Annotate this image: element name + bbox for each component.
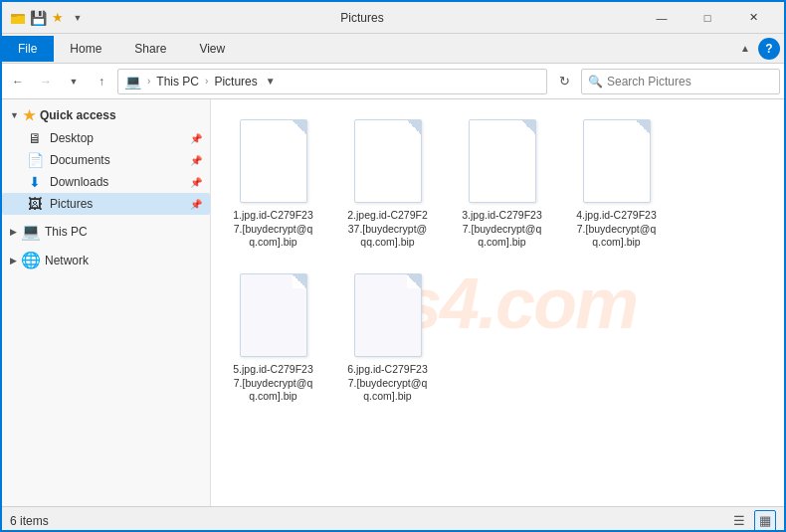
desktop-pin-icon: 📌	[190, 133, 202, 144]
thispc-label: This PC	[45, 225, 88, 239]
pictures-icon: 🖼	[26, 196, 44, 212]
network-label: Network	[45, 254, 89, 267]
main-content: ▼ ★ Quick access 🖥 Desktop 📌 📄 Documents…	[2, 99, 784, 506]
crumb-thispc[interactable]: This PC	[156, 75, 199, 89]
file-item-5[interactable]: 5.jpg.id-C279F237.[buydecrypt@qq.com].bi…	[221, 264, 325, 408]
title-bar: 💾 ★ ▼ Pictures — □ ✕	[2, 2, 784, 34]
ribbon-collapse-chevron[interactable]: ▲	[736, 39, 754, 58]
tab-home[interactable]: Home	[54, 36, 118, 62]
search-input[interactable]	[607, 75, 773, 89]
sidebar-downloads-label: Downloads	[50, 175, 108, 189]
nav-bar: ← → ▼ ↑ 💻 › This PC › Pictures ▼ ↻ 🔍	[2, 64, 784, 99]
file-name-6: 6.jpg.id-C279F237.[buydecrypt@qq.com].bi…	[347, 363, 428, 404]
sidebar-pictures-label: Pictures	[50, 197, 93, 211]
window-controls: — □ ✕	[639, 2, 776, 34]
quick-access-chevron: ▼	[10, 110, 19, 120]
quick-access-section: ▼ ★ Quick access 🖥 Desktop 📌 📄 Documents…	[2, 103, 210, 215]
thispc-chevron: ▶	[10, 227, 17, 237]
network-header[interactable]: ▶ 🌐 Network	[2, 246, 210, 274]
file-name-1: 1.jpg.id-C279F237.[buydecrypt@qq.com].bi…	[233, 209, 313, 250]
tab-file[interactable]: File	[2, 36, 54, 62]
file-icon-1	[238, 117, 309, 205]
desktop-icon: 🖥	[26, 130, 44, 146]
ribbon-right: ▲ ?	[736, 38, 784, 60]
qat-chevron[interactable]: ▼	[70, 10, 86, 26]
sidebar-item-downloads[interactable]: ⬇ Downloads 📌	[2, 171, 210, 193]
quick-access-star: ★	[23, 107, 36, 123]
refresh-button[interactable]: ↻	[551, 69, 577, 94]
file-page-4	[583, 119, 651, 203]
address-dropdown-chevron[interactable]: ▼	[266, 76, 276, 87]
sidebar-item-documents[interactable]: 📄 Documents 📌	[2, 149, 210, 171]
ribbon-tabs: File Home Share View ▲ ?	[2, 34, 784, 64]
window-title: Pictures	[92, 11, 633, 25]
thispc-header[interactable]: ▶ 💻 This PC	[2, 217, 210, 246]
qat-icon1[interactable]: 💾	[30, 10, 46, 26]
help-button[interactable]: ?	[758, 38, 780, 60]
file-item-6[interactable]: 6.jpg.id-C279F237.[buydecrypt@qq.com].bi…	[335, 264, 440, 408]
file-item-3[interactable]: 3.jpg.id-C279F237.[buydecrypt@qq.com].bi…	[450, 109, 554, 254]
file-name-2: 2.jpeg.id-C279F237.[buydecrypt@qq.com].b…	[347, 209, 428, 250]
folder-icon	[10, 10, 26, 26]
pictures-pin-icon: 📌	[190, 199, 202, 210]
title-bar-icons: 💾 ★ ▼	[10, 10, 86, 26]
address-icon: 💻	[124, 74, 141, 89]
sidebar-documents-label: Documents	[50, 153, 110, 167]
view-controls: ☰ ▦	[728, 510, 776, 532]
file-icon-2	[352, 117, 424, 205]
file-page-2	[354, 119, 422, 203]
close-button[interactable]: ✕	[730, 2, 776, 34]
thispc-icon: 💻	[21, 222, 41, 241]
documents-pin-icon: 📌	[190, 155, 202, 166]
file-page-1	[240, 119, 307, 203]
tab-share[interactable]: Share	[118, 36, 183, 62]
downloads-icon: ⬇	[26, 174, 44, 190]
sidebar-item-desktop[interactable]: 🖥 Desktop 📌	[2, 127, 210, 149]
sidebar-item-pictures[interactable]: 🖼 Pictures 📌	[2, 193, 210, 215]
file-icon-5	[238, 271, 309, 359]
qat-icon2[interactable]: ★	[50, 10, 66, 26]
documents-icon: 📄	[26, 152, 44, 168]
file-icon-4	[581, 117, 653, 205]
recent-locations-button[interactable]: ▼	[62, 70, 86, 93]
search-icon: 🔍	[588, 75, 603, 89]
file-page-3	[469, 119, 536, 203]
tab-view[interactable]: View	[183, 36, 242, 62]
sidebar: ▼ ★ Quick access 🖥 Desktop 📌 📄 Documents…	[2, 99, 211, 506]
file-icon-6	[352, 271, 424, 359]
svg-rect-2	[11, 14, 17, 17]
file-item-2[interactable]: 2.jpeg.id-C279F237.[buydecrypt@qq.com].b…	[335, 109, 440, 254]
file-name-5: 5.jpg.id-C279F237.[buydecrypt@qq.com].bi…	[233, 363, 313, 404]
network-icon: 🌐	[21, 251, 41, 269]
sidebar-desktop-label: Desktop	[50, 131, 94, 145]
maximize-button[interactable]: □	[685, 2, 730, 34]
file-page-6	[354, 273, 422, 357]
file-name-4: 4.jpg.id-C279F237.[buydecrypt@qq.com].bi…	[576, 209, 657, 250]
details-view-button[interactable]: ☰	[728, 510, 750, 532]
file-icon-3	[467, 117, 538, 205]
large-icons-view-button[interactable]: ▦	[754, 510, 776, 532]
crumb-pictures[interactable]: Pictures	[214, 75, 257, 89]
address-bar[interactable]: 💻 › This PC › Pictures ▼	[117, 69, 547, 94]
forward-button[interactable]: →	[34, 70, 58, 93]
back-button[interactable]: ←	[6, 70, 30, 93]
search-box[interactable]: 🔍	[581, 69, 780, 94]
file-page-5	[240, 273, 307, 357]
file-area: ris4.com 1.jpg.id-C279F237.[buydecrypt@q…	[211, 99, 784, 506]
file-name-3: 3.jpg.id-C279F237.[buydecrypt@qq.com].bi…	[462, 209, 542, 250]
file-item-1[interactable]: 1.jpg.id-C279F237.[buydecrypt@qq.com].bi…	[221, 109, 325, 254]
item-count: 6 items	[10, 514, 49, 528]
svg-rect-1	[11, 16, 25, 24]
quick-access-header[interactable]: ▼ ★ Quick access	[2, 103, 210, 127]
network-chevron: ▶	[10, 256, 17, 266]
status-bar: 6 items ☰ ▦	[2, 506, 784, 532]
up-button[interactable]: ↑	[90, 70, 113, 93]
file-item-4[interactable]: 4.jpg.id-C279F237.[buydecrypt@qq.com].bi…	[564, 109, 669, 254]
minimize-button[interactable]: —	[639, 2, 685, 34]
downloads-pin-icon: 📌	[190, 177, 202, 188]
quick-access-label: Quick access	[40, 108, 116, 122]
